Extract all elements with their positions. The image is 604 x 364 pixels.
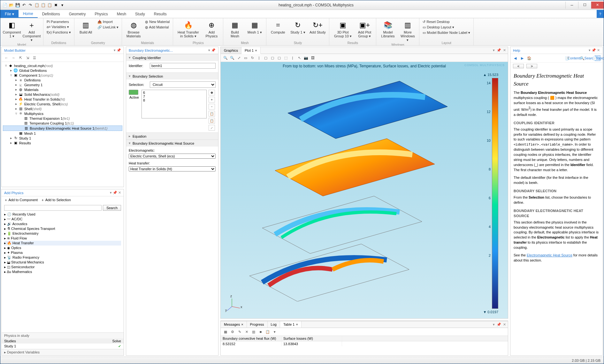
build-mesh-button[interactable]: ▦Build Mesh xyxy=(226,19,244,39)
physics-search-button[interactable]: Search xyxy=(103,205,121,211)
add-to-component-button[interactable]: ＋ Add to Component xyxy=(4,198,38,202)
toolbar-tree-icon[interactable]: ☰ xyxy=(32,55,37,61)
minimize-button[interactable]: ─ xyxy=(565,2,578,9)
help-content[interactable]: Boundary Electromagnetic Heat Source The… xyxy=(510,70,602,355)
physics-item[interactable]: ▸ 🕘 Recently Used xyxy=(4,212,121,217)
sel-pick-icon[interactable]: ✥ xyxy=(209,90,215,95)
zoom-out-icon[interactable]: 🔍 xyxy=(229,55,235,61)
tree-node[interactable]: ▸▣Results xyxy=(3,140,122,145)
tab-table-1[interactable]: Table 1 × xyxy=(280,321,302,328)
tab-study[interactable]: Study xyxy=(131,10,149,18)
identifier-input[interactable] xyxy=(150,63,216,69)
tab-results[interactable]: Results xyxy=(149,10,171,18)
new-material-button[interactable]: ◍ New Material xyxy=(144,19,170,24)
study-row[interactable]: Study 1 ✔ xyxy=(2,344,124,349)
tbl-plot-icon[interactable]: ■ xyxy=(258,329,264,335)
physics-item[interactable]: ▸ ✦ Plasma xyxy=(4,250,121,255)
tab-physics[interactable]: Physics xyxy=(90,10,112,18)
camera-icon[interactable]: 📷 xyxy=(303,55,309,61)
model-libraries-button[interactable]: 📚Model Libraries xyxy=(379,19,397,39)
tab-progress[interactable]: Progress xyxy=(247,321,268,328)
livelink-button[interactable]: 🔗 LiveLink ▾ xyxy=(97,25,119,30)
help-button[interactable]: ? xyxy=(597,10,604,18)
node-label-button[interactable]: ▭ Model Builder Node Label ▾ xyxy=(422,30,471,35)
panel-menu-icon[interactable]: ▾ xyxy=(493,48,495,52)
view-yz-icon[interactable]: ▢ xyxy=(270,55,275,61)
file-tab[interactable]: File ▾ xyxy=(0,10,19,18)
desktop-layout-button[interactable]: ▭ Desktop Layout ▾ xyxy=(422,25,471,30)
heat-transfer-dropdown[interactable]: Heat Transfer in Solids (ht) xyxy=(129,166,216,171)
help-back-icon[interactable]: ◀ xyxy=(512,55,518,61)
tree-node[interactable]: ▸▥Shell (shell) xyxy=(3,106,122,111)
toolbar-collapse-icon[interactable]: ⇲ xyxy=(25,55,30,61)
physics-item[interactable]: ▸ ≋ Fluid Flow xyxy=(4,236,121,241)
close-icon[interactable]: × xyxy=(255,49,257,52)
physics-item[interactable]: ▸ 〰 AC/DC xyxy=(4,217,121,222)
parameters-button[interactable]: Pi Parameters xyxy=(46,19,72,24)
tbl-pencil-icon[interactable]: ✎ xyxy=(237,329,242,335)
zoom-box-icon[interactable]: ▭ xyxy=(243,55,248,61)
view-xy-icon[interactable]: ▢ xyxy=(263,55,269,61)
tree-node[interactable]: ▸↻Study 1 xyxy=(3,136,122,140)
mesh-dropdown[interactable]: ▦Mesh 1 ▾ xyxy=(246,19,264,35)
physics-item[interactable]: ▸ ⬓ Structural Mechanics xyxy=(4,260,121,265)
tree-node[interactable]: ▸⬓Solid Mechanics (solid) xyxy=(3,92,122,97)
tree-node[interactable]: ▥Boundary Electromagnetic Heat Source 1 … xyxy=(3,125,122,131)
qat-copy-icon[interactable]: 📋 xyxy=(34,3,39,8)
tree-node[interactable]: ▦Mesh 1 xyxy=(3,131,122,136)
tab-log[interactable]: Log xyxy=(268,321,280,328)
functions-button[interactable]: f(x) Functions ▾ xyxy=(46,30,72,35)
physics-item[interactable]: ▸ 🔥 Heat Transfer xyxy=(4,241,121,246)
plot-group-button[interactable]: ▣3D Plot Group 10 ▾ xyxy=(332,19,354,39)
toolbar-fwd-icon[interactable]: → xyxy=(11,55,16,61)
build-all-button[interactable]: ▥Build All xyxy=(77,19,95,35)
help-prev-button[interactable]: < xyxy=(513,64,524,68)
qat-save-icon[interactable]: 💾 xyxy=(15,3,20,8)
panel-pin-icon[interactable]: ▾ 📌 xyxy=(114,48,121,52)
tbl-more-icon[interactable]: ▾ xyxy=(272,329,278,335)
tree-node[interactable]: ▸🔥Heat Transfer in Solids (ht) xyxy=(3,97,122,102)
physics-item[interactable]: ▸ 🔋 Electrochemistry xyxy=(4,231,121,236)
maximize-button[interactable]: ☐ xyxy=(578,2,591,9)
panel-pin-icon[interactable]: ▾ 📌 xyxy=(208,48,216,52)
physics-search-input[interactable] xyxy=(4,205,102,211)
rotate-icon[interactable]: ↻ xyxy=(249,55,255,61)
zoom-extents-icon[interactable]: ⤢ xyxy=(236,55,242,61)
tab-home[interactable]: Home xyxy=(19,10,38,18)
tab-messages[interactable]: Messages × xyxy=(221,321,247,328)
tree-node[interactable]: ▥Temperature Coupling 1 (tc1) xyxy=(3,121,122,125)
tbl-delete-icon[interactable]: ✕ xyxy=(244,329,249,335)
tab-geometry[interactable]: Geometry xyxy=(65,10,90,18)
tree-node[interactable]: ▸≡Definitions xyxy=(3,78,122,82)
add-to-selection-button[interactable]: ＋ Add to Selection xyxy=(41,198,71,202)
reset-desktop-button[interactable]: ↺ Reset Desktop xyxy=(422,19,471,24)
tree-node[interactable]: ▸⚡Electric Currents, Shell (ecs) xyxy=(3,102,122,106)
help-next-button[interactable]: > xyxy=(526,64,537,68)
zoom-in-icon[interactable]: 🔍 xyxy=(223,55,228,61)
tree-node[interactable]: ▸🌐Global Definitions xyxy=(3,68,122,73)
view-default-icon[interactable]: ⬚ xyxy=(283,55,289,61)
toolbar-expand-icon[interactable]: ⇱ xyxy=(18,55,23,61)
add-plot-group-button[interactable]: ▣+Add Plot Group ▾ xyxy=(356,19,373,39)
panel-pin-icon[interactable]: ▾ 📌 ✕ xyxy=(110,191,121,195)
snapshot-icon[interactable]: 🖼 xyxy=(310,55,316,61)
tree-node[interactable]: ▸◍Materials xyxy=(3,87,122,92)
add-material-button[interactable]: ◍ Add Material xyxy=(144,25,170,30)
qat-open-icon[interactable]: 📂 xyxy=(9,3,14,8)
compute-button[interactable]: =Compute xyxy=(269,19,287,35)
tbl-opts-icon[interactable]: ⚙ xyxy=(230,329,235,335)
help-link[interactable]: Electromagnetic Heat Source xyxy=(527,253,572,257)
view-xz-icon[interactable]: ▢ xyxy=(276,55,282,61)
sel-wand-icon[interactable]: ⟋ xyxy=(209,125,215,131)
select-icon[interactable]: ↖ xyxy=(296,55,302,61)
add-study-button[interactable]: ↻+Add Study xyxy=(309,19,326,35)
close-button[interactable]: ✕ xyxy=(591,2,604,9)
study-dropdown[interactable]: ↻Study 1 ▾ xyxy=(289,19,307,35)
tree-node[interactable]: ▥Thermal Expansion 1 (te1) xyxy=(3,116,122,121)
browse-materials-button[interactable]: ◍Browse Materials xyxy=(125,19,142,39)
physics-item[interactable]: ▸ ◫ Semiconductor xyxy=(4,265,121,269)
variables-button[interactable]: a= Variables ▾ xyxy=(46,25,72,29)
help-home-icon[interactable]: 🏠 xyxy=(526,55,532,61)
qat-more-icon[interactable]: ▾ xyxy=(60,3,65,8)
heat-transfer-button[interactable]: 🔥Heat Transfer in Solids ▾ xyxy=(176,19,201,39)
